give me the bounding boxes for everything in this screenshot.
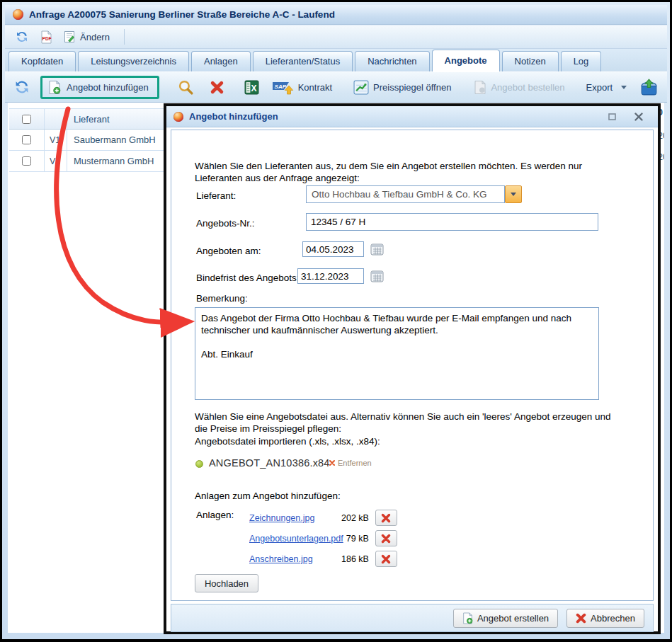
tab-anlagen[interactable]: Anlagen (191, 51, 251, 71)
refresh-icon (15, 30, 29, 44)
kontrakt-button[interactable]: SAP Kontrakt (272, 79, 332, 95)
dialog-intro-text: Wählen Sie den Lieferanten aus, zu dem S… (195, 160, 607, 184)
refresh-icon (13, 79, 30, 96)
angebot-erstellen-label: Angebot erstellen (477, 613, 549, 624)
excel-export-button[interactable]: X (244, 80, 259, 95)
svg-text:PDF: PDF (42, 36, 52, 41)
refresh-button[interactable] (15, 30, 29, 44)
attachment-row: Anschreiben.jpg 186 kB (249, 551, 397, 567)
dialog-titlebar: Angebot hinzufügen (166, 106, 658, 127)
calendar-icon (370, 270, 384, 282)
angebot-hinzufuegen-label: Angebot hinzufügen (67, 82, 149, 93)
red-x-icon (210, 80, 224, 95)
delete-attachment-button[interactable] (375, 530, 397, 546)
maximize-button[interactable] (605, 111, 618, 122)
delete-button[interactable] (210, 80, 224, 95)
tab-angebote[interactable]: Angebote (432, 50, 500, 71)
tab-leistungsverzeichnis[interactable]: Leistungsverzeichnis (78, 51, 189, 71)
calendar-icon (370, 243, 384, 256)
angebot-hinzufuegen-button[interactable]: Angebot hinzufügen (40, 76, 159, 99)
angebote-toolbar: Angebot hinzufügen X SAP Kontrakt Preiss… (5, 71, 667, 103)
order-document-icon-disabled (474, 80, 486, 95)
red-x-icon (381, 513, 391, 523)
row-checkbox[interactable] (22, 135, 31, 144)
pdf-icon: PDF (40, 30, 52, 44)
search-button[interactable] (178, 79, 194, 96)
file-hint-text: Wählen Sie eine Angebotsdatei aus. Alter… (195, 411, 614, 435)
angebot-erstellen-button[interactable]: Angebot erstellen (453, 609, 558, 628)
angeboten-am-calendar-button[interactable] (370, 241, 385, 256)
file-status-icon (195, 460, 203, 468)
dialog-title: Angebot hinzufügen (189, 111, 278, 122)
preisspiegel-label: Preisspiegel öffnen (373, 82, 451, 93)
tab-nachrichten[interactable]: Nachrichten (355, 51, 429, 71)
attachment-row: Angebotsunterlagen.pdf 79 kB (249, 530, 397, 546)
close-button[interactable] (632, 111, 645, 122)
angeboten-am-input[interactable] (302, 241, 364, 257)
attachment-size: 79 kB (346, 534, 369, 544)
attachment-link[interactable]: Anschreiben.jpg (249, 554, 338, 564)
attachment-link[interactable]: Zeichnungen.jpg (249, 513, 338, 523)
add-document-icon (462, 612, 473, 624)
angebots-nr-label: Angebots-Nr.: (196, 218, 255, 229)
chevron-down-icon (621, 86, 627, 89)
tab-notizen[interactable]: Notizen (502, 51, 559, 71)
basket-upload-button[interactable] (639, 79, 659, 96)
angebot-bestellen-button[interactable]: Angebot bestellen (474, 80, 564, 95)
basket-upload-icon (639, 79, 659, 96)
import-label: Angebotsdatei importieren (.xls, .xlsx, … (195, 436, 380, 447)
main-toolbar: PDF Ändern (5, 25, 667, 49)
excel-icon: X (244, 80, 259, 95)
tab-kopfdaten[interactable]: Kopfdaten (8, 51, 76, 71)
tab-lieferanten-status[interactable]: Lieferanten/Status (253, 51, 353, 71)
remove-file-link[interactable]: Entfernen (329, 459, 372, 467)
lieferant-select-button[interactable] (505, 185, 522, 203)
lieferant-label: Lieferant: (196, 190, 236, 201)
attachment-row: Zeichnungen.jpg 202 kB (249, 510, 397, 526)
row-code: V1 (45, 130, 67, 150)
svg-text:X: X (251, 83, 256, 93)
screenshot-frame: Anfrage A200075 Sanierung Berliner Straß… (0, 0, 672, 642)
delete-attachment-button[interactable] (375, 551, 397, 567)
aendern-label: Ändern (80, 32, 110, 42)
red-x-icon (381, 534, 391, 544)
angebot-bestellen-label: Angebot bestellen (491, 82, 564, 93)
delete-attachment-button[interactable] (375, 510, 397, 526)
tab-log[interactable]: Log (561, 51, 602, 71)
hochladen-button[interactable]: Hochladen (195, 574, 258, 592)
add-document-icon (48, 80, 61, 95)
bindefrist-input[interactable] (297, 268, 364, 284)
maximize-icon (608, 113, 616, 120)
remove-file-label: Entfernen (338, 459, 372, 467)
bemerkung-label: Bemerkung: (196, 293, 248, 304)
pdf-export-button[interactable]: PDF (40, 30, 52, 44)
small-x-icon (329, 460, 335, 466)
app-icon (13, 9, 23, 20)
chevron-down-icon (511, 193, 516, 196)
aendern-button[interactable]: Ändern (64, 30, 110, 43)
svg-text:SAP: SAP (274, 84, 286, 90)
bindefrist-label: Bindefrist des Angebots: (196, 273, 300, 283)
angebots-nr-input[interactable] (306, 213, 598, 231)
refresh-offers-button[interactable] (13, 79, 30, 96)
magnifier-icon (178, 79, 194, 96)
angeboten-am-label: Angeboten am: (196, 246, 261, 256)
attachment-link[interactable]: Angebotsunterlagen.pdf (249, 534, 343, 544)
kontrakt-label: Kontrakt (298, 82, 332, 93)
abbrechen-button[interactable]: Abbrechen (566, 609, 644, 628)
anlagen-label: Anlagen: (196, 510, 234, 520)
lieferant-select[interactable]: Otto Hochbau & Tiefbau GmbH & Co. KG (306, 185, 505, 203)
export-dropdown[interactable]: Export (586, 82, 627, 93)
preisspiegel-button[interactable]: Preisspiegel öffnen (353, 80, 451, 95)
bindefrist-calendar-button[interactable] (370, 268, 385, 283)
toolbar-separator (124, 29, 125, 45)
dialog-icon (173, 112, 183, 122)
row-checkbox[interactable] (22, 156, 31, 166)
select-all-checkbox[interactable] (22, 115, 31, 124)
chart-icon (353, 80, 369, 95)
close-icon (634, 113, 643, 121)
sap-icon: SAP (272, 79, 294, 95)
bemerkung-textarea[interactable]: Das Angebot der Firma Otto Hochbau & Tie… (195, 307, 599, 400)
attachment-size: 202 kB (341, 513, 369, 523)
table-header-code (45, 109, 67, 129)
